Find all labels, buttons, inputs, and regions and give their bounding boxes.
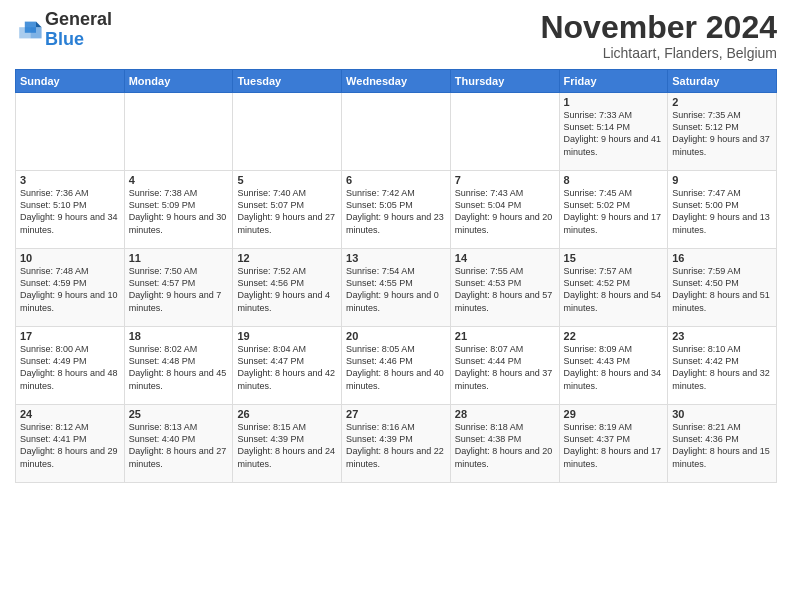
svg-marker-3	[36, 21, 42, 27]
day-number: 28	[455, 408, 555, 420]
day-number: 22	[564, 330, 664, 342]
day-number: 17	[20, 330, 120, 342]
calendar-cell	[450, 93, 559, 171]
svg-marker-2	[19, 27, 30, 38]
day-number: 1	[564, 96, 664, 108]
calendar-cell: 26Sunrise: 8:15 AM Sunset: 4:39 PM Dayli…	[233, 405, 342, 483]
day-info: Sunrise: 7:33 AM Sunset: 5:14 PM Dayligh…	[564, 109, 664, 158]
day-number: 14	[455, 252, 555, 264]
day-number: 4	[129, 174, 229, 186]
day-number: 30	[672, 408, 772, 420]
week-row-2: 3Sunrise: 7:36 AM Sunset: 5:10 PM Daylig…	[16, 171, 777, 249]
day-number: 12	[237, 252, 337, 264]
calendar-cell: 3Sunrise: 7:36 AM Sunset: 5:10 PM Daylig…	[16, 171, 125, 249]
calendar-cell: 17Sunrise: 8:00 AM Sunset: 4:49 PM Dayli…	[16, 327, 125, 405]
day-info: Sunrise: 7:57 AM Sunset: 4:52 PM Dayligh…	[564, 265, 664, 314]
calendar-cell: 30Sunrise: 8:21 AM Sunset: 4:36 PM Dayli…	[668, 405, 777, 483]
logo-icon	[15, 16, 43, 44]
day-info: Sunrise: 8:12 AM Sunset: 4:41 PM Dayligh…	[20, 421, 120, 470]
day-info: Sunrise: 8:19 AM Sunset: 4:37 PM Dayligh…	[564, 421, 664, 470]
calendar-cell	[124, 93, 233, 171]
calendar-cell: 2Sunrise: 7:35 AM Sunset: 5:12 PM Daylig…	[668, 93, 777, 171]
logo: General Blue	[15, 10, 112, 50]
day-number: 5	[237, 174, 337, 186]
week-row-3: 10Sunrise: 7:48 AM Sunset: 4:59 PM Dayli…	[16, 249, 777, 327]
logo-line1: General	[45, 10, 112, 30]
day-number: 9	[672, 174, 772, 186]
calendar-cell: 27Sunrise: 8:16 AM Sunset: 4:39 PM Dayli…	[342, 405, 451, 483]
calendar-cell: 1Sunrise: 7:33 AM Sunset: 5:14 PM Daylig…	[559, 93, 668, 171]
day-number: 24	[20, 408, 120, 420]
calendar-cell: 16Sunrise: 7:59 AM Sunset: 4:50 PM Dayli…	[668, 249, 777, 327]
day-number: 19	[237, 330, 337, 342]
calendar-cell: 6Sunrise: 7:42 AM Sunset: 5:05 PM Daylig…	[342, 171, 451, 249]
calendar-cell: 24Sunrise: 8:12 AM Sunset: 4:41 PM Dayli…	[16, 405, 125, 483]
logo-line2: Blue	[45, 30, 112, 50]
calendar-cell: 14Sunrise: 7:55 AM Sunset: 4:53 PM Dayli…	[450, 249, 559, 327]
day-number: 26	[237, 408, 337, 420]
day-info: Sunrise: 7:50 AM Sunset: 4:57 PM Dayligh…	[129, 265, 229, 314]
calendar-cell	[16, 93, 125, 171]
week-row-4: 17Sunrise: 8:00 AM Sunset: 4:49 PM Dayli…	[16, 327, 777, 405]
day-info: Sunrise: 8:04 AM Sunset: 4:47 PM Dayligh…	[237, 343, 337, 392]
calendar-cell	[233, 93, 342, 171]
day-info: Sunrise: 7:55 AM Sunset: 4:53 PM Dayligh…	[455, 265, 555, 314]
calendar-cell: 18Sunrise: 8:02 AM Sunset: 4:48 PM Dayli…	[124, 327, 233, 405]
day-number: 10	[20, 252, 120, 264]
day-number: 21	[455, 330, 555, 342]
title-area: November 2024 Lichtaart, Flanders, Belgi…	[540, 10, 777, 61]
day-number: 18	[129, 330, 229, 342]
day-info: Sunrise: 8:10 AM Sunset: 4:42 PM Dayligh…	[672, 343, 772, 392]
day-info: Sunrise: 7:38 AM Sunset: 5:09 PM Dayligh…	[129, 187, 229, 236]
calendar-cell: 13Sunrise: 7:54 AM Sunset: 4:55 PM Dayli…	[342, 249, 451, 327]
calendar-cell: 29Sunrise: 8:19 AM Sunset: 4:37 PM Dayli…	[559, 405, 668, 483]
day-info: Sunrise: 8:16 AM Sunset: 4:39 PM Dayligh…	[346, 421, 446, 470]
calendar-cell: 8Sunrise: 7:45 AM Sunset: 5:02 PM Daylig…	[559, 171, 668, 249]
calendar-cell: 20Sunrise: 8:05 AM Sunset: 4:46 PM Dayli…	[342, 327, 451, 405]
day-info: Sunrise: 8:05 AM Sunset: 4:46 PM Dayligh…	[346, 343, 446, 392]
day-info: Sunrise: 8:15 AM Sunset: 4:39 PM Dayligh…	[237, 421, 337, 470]
day-number: 29	[564, 408, 664, 420]
day-number: 16	[672, 252, 772, 264]
day-info: Sunrise: 7:36 AM Sunset: 5:10 PM Dayligh…	[20, 187, 120, 236]
calendar-cell: 22Sunrise: 8:09 AM Sunset: 4:43 PM Dayli…	[559, 327, 668, 405]
day-info: Sunrise: 8:13 AM Sunset: 4:40 PM Dayligh…	[129, 421, 229, 470]
day-header-wednesday: Wednesday	[342, 70, 451, 93]
day-number: 25	[129, 408, 229, 420]
day-info: Sunrise: 7:48 AM Sunset: 4:59 PM Dayligh…	[20, 265, 120, 314]
day-info: Sunrise: 7:59 AM Sunset: 4:50 PM Dayligh…	[672, 265, 772, 314]
calendar-cell: 25Sunrise: 8:13 AM Sunset: 4:40 PM Dayli…	[124, 405, 233, 483]
location-subtitle: Lichtaart, Flanders, Belgium	[540, 45, 777, 61]
day-info: Sunrise: 8:07 AM Sunset: 4:44 PM Dayligh…	[455, 343, 555, 392]
week-row-1: 1Sunrise: 7:33 AM Sunset: 5:14 PM Daylig…	[16, 93, 777, 171]
day-info: Sunrise: 7:47 AM Sunset: 5:00 PM Dayligh…	[672, 187, 772, 236]
day-number: 6	[346, 174, 446, 186]
day-number: 2	[672, 96, 772, 108]
day-info: Sunrise: 8:18 AM Sunset: 4:38 PM Dayligh…	[455, 421, 555, 470]
day-info: Sunrise: 7:42 AM Sunset: 5:05 PM Dayligh…	[346, 187, 446, 236]
day-info: Sunrise: 7:43 AM Sunset: 5:04 PM Dayligh…	[455, 187, 555, 236]
day-info: Sunrise: 7:54 AM Sunset: 4:55 PM Dayligh…	[346, 265, 446, 314]
calendar-cell: 9Sunrise: 7:47 AM Sunset: 5:00 PM Daylig…	[668, 171, 777, 249]
day-info: Sunrise: 7:45 AM Sunset: 5:02 PM Dayligh…	[564, 187, 664, 236]
day-header-sunday: Sunday	[16, 70, 125, 93]
day-number: 3	[20, 174, 120, 186]
day-info: Sunrise: 8:02 AM Sunset: 4:48 PM Dayligh…	[129, 343, 229, 392]
day-number: 8	[564, 174, 664, 186]
calendar-cell: 5Sunrise: 7:40 AM Sunset: 5:07 PM Daylig…	[233, 171, 342, 249]
day-header-tuesday: Tuesday	[233, 70, 342, 93]
calendar-table: SundayMondayTuesdayWednesdayThursdayFrid…	[15, 69, 777, 483]
calendar-cell: 4Sunrise: 7:38 AM Sunset: 5:09 PM Daylig…	[124, 171, 233, 249]
day-number: 15	[564, 252, 664, 264]
calendar-cell: 15Sunrise: 7:57 AM Sunset: 4:52 PM Dayli…	[559, 249, 668, 327]
calendar-cell: 12Sunrise: 7:52 AM Sunset: 4:56 PM Dayli…	[233, 249, 342, 327]
day-number: 20	[346, 330, 446, 342]
calendar-cell: 19Sunrise: 8:04 AM Sunset: 4:47 PM Dayli…	[233, 327, 342, 405]
svg-marker-1	[30, 27, 41, 38]
day-number: 23	[672, 330, 772, 342]
day-header-thursday: Thursday	[450, 70, 559, 93]
week-row-5: 24Sunrise: 8:12 AM Sunset: 4:41 PM Dayli…	[16, 405, 777, 483]
day-info: Sunrise: 8:21 AM Sunset: 4:36 PM Dayligh…	[672, 421, 772, 470]
day-info: Sunrise: 8:00 AM Sunset: 4:49 PM Dayligh…	[20, 343, 120, 392]
calendar-cell: 10Sunrise: 7:48 AM Sunset: 4:59 PM Dayli…	[16, 249, 125, 327]
